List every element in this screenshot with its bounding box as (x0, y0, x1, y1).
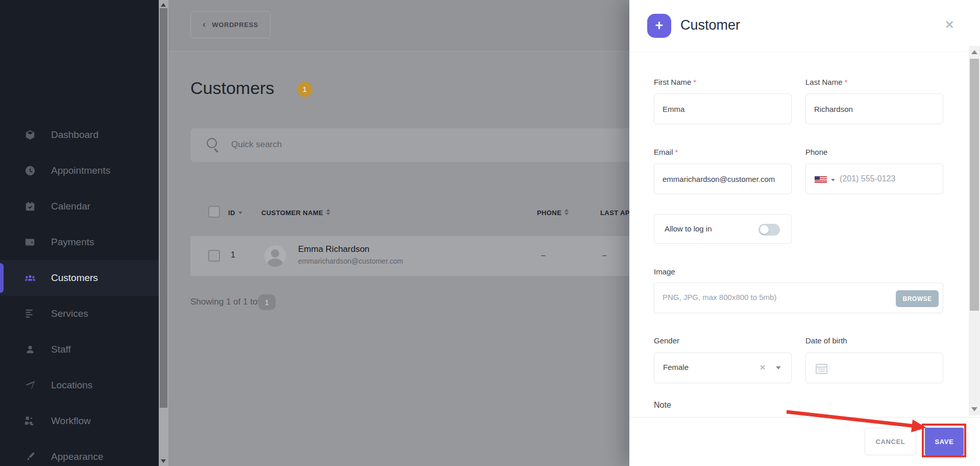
us-flag-icon[interactable] (815, 176, 827, 183)
modal-scrollbar[interactable] (969, 46, 980, 415)
column-header-phone[interactable]: PHONE (537, 209, 569, 217)
sidebar-item-services[interactable]: Services (0, 296, 159, 332)
modal-header: + Customer ✕ (629, 0, 980, 52)
sidebar-item-label: Locations (51, 380, 92, 391)
row-checkbox[interactable] (208, 250, 220, 262)
app-window: Dashboard Appointments Calendar Payments (0, 0, 980, 466)
results-summary: Showing 1 of 1 total (190, 297, 266, 307)
modal-footer: CANCEL SAVE (629, 417, 980, 466)
allow-login-field: Allow to log in (654, 214, 792, 244)
scroll-up-arrow-icon[interactable] (161, 3, 166, 7)
email-label: Email* (654, 148, 678, 156)
page-scrollbar-thumb[interactable] (160, 8, 167, 408)
scroll-down-arrow-icon[interactable] (161, 459, 166, 463)
date-of-birth-field[interactable] (805, 353, 943, 383)
sidebar-nav: Dashboard Appointments Calendar Payments (0, 117, 159, 466)
count-badge: 1 (297, 82, 312, 97)
sidebar-item-appointments[interactable]: Appointments (0, 153, 159, 189)
modal-scrollbar-thumb[interactable] (970, 59, 979, 311)
phone-placeholder: (201) 555-0123 (840, 174, 895, 183)
sidebar-item-label: Appointments (51, 165, 110, 176)
modal-body: First Name* Last Name* Email* Phone (201… (629, 52, 980, 417)
column-header-last-appointment[interactable]: LAST AP (600, 209, 629, 217)
gender-select[interactable]: Female ✕ (654, 353, 792, 383)
sidebar-item-label: Staff (51, 344, 71, 355)
required-marker: * (845, 78, 848, 86)
sort-down-icon (238, 212, 242, 214)
customers-page: ‹ WORDPRESS Customers 1 Quick search ID … (168, 0, 629, 466)
sidebar-item-payments[interactable]: Payments (0, 224, 159, 260)
page-title: Customers (190, 78, 274, 98)
back-to-wordpress-button[interactable]: ‹ WORDPRESS (190, 11, 271, 38)
sidebar-item-label: Services (51, 308, 88, 319)
last-name-label: Last Name* (805, 78, 847, 86)
select-all-checkbox[interactable] (208, 206, 220, 218)
last-name-field[interactable] (805, 94, 943, 124)
phone-field[interactable]: (201) 555-0123 (805, 164, 943, 194)
brush-icon (24, 451, 36, 462)
date-of-birth-label: Date of birth (805, 336, 847, 345)
scroll-up-arrow-icon[interactable] (971, 50, 977, 54)
cancel-button[interactable]: CANCEL (865, 428, 916, 455)
allow-login-toggle[interactable] (758, 224, 780, 236)
pagination-page-1[interactable]: 1 (258, 294, 276, 310)
sidebar-item-staff[interactable]: Staff (0, 332, 159, 367)
clock-icon (24, 165, 36, 176)
phone-value: – (541, 250, 545, 259)
chevron-left-icon: ‹ (203, 19, 206, 30)
required-marker: * (693, 78, 696, 86)
gender-value: Female (663, 363, 689, 371)
sidebar-item-label: Appearance (51, 451, 103, 462)
quick-search-bar[interactable]: Quick search (190, 128, 629, 162)
users-icon (24, 272, 36, 284)
sitemap-icon (24, 415, 36, 427)
search-placeholder: Quick search (231, 139, 282, 150)
back-button-label: WORDPRESS (212, 21, 258, 29)
column-header-customer-name[interactable]: CUSTOMER NAME (261, 209, 330, 217)
sidebar: Dashboard Appointments Calendar Payments (0, 0, 159, 466)
customer-email: emmarichardson@customer.com (298, 257, 403, 265)
sidebar-item-label: Dashboard (51, 129, 99, 141)
clear-icon[interactable]: ✕ (760, 363, 766, 371)
sidebar-item-calendar[interactable]: Calendar (0, 189, 159, 224)
column-header-id[interactable]: ID (228, 209, 242, 217)
image-label: Image (654, 267, 675, 276)
person-icon (24, 344, 36, 355)
allow-login-label: Allow to log in (665, 224, 712, 233)
gender-label: Gender (654, 336, 679, 345)
sidebar-item-customers[interactable]: Customers (0, 260, 159, 296)
wallet-icon (24, 237, 36, 248)
scroll-down-arrow-icon[interactable] (971, 407, 977, 411)
close-icon[interactable]: ✕ (945, 18, 954, 32)
paper-plane-icon (24, 380, 36, 391)
flag-caret-icon (831, 179, 835, 181)
browse-button[interactable]: BROWSE (896, 290, 939, 307)
calendar-icon (815, 362, 828, 375)
row-id: 1 (231, 250, 235, 260)
first-name-field[interactable] (654, 94, 792, 124)
sort-icon (326, 209, 330, 215)
sidebar-item-label: Calendar (51, 201, 90, 212)
first-name-label: First Name* (654, 78, 696, 86)
email-field[interactable] (654, 164, 792, 194)
customer-modal: + Customer ✕ First Name* Last Name* Emai… (629, 0, 980, 466)
sidebar-item-label: Workflow (51, 415, 91, 427)
sidebar-item-appearance[interactable]: Appearance (0, 439, 159, 466)
note-label: Note (654, 401, 671, 410)
sidebar-item-locations[interactable]: Locations (0, 367, 159, 403)
cube-icon (24, 129, 36, 141)
sidebar-item-workflow[interactable]: Workflow (0, 403, 159, 439)
phone-label: Phone (805, 148, 827, 156)
table-row[interactable]: 1 Emma Richardson emmarichardson@custome… (190, 236, 629, 276)
required-marker: * (675, 148, 678, 156)
active-indicator-bar (0, 263, 4, 293)
save-button[interactable]: SAVE (925, 428, 964, 455)
image-placeholder: PNG, JPG, max 800x800 to 5mb) (663, 293, 776, 301)
customer-name: Emma Richardson (298, 244, 370, 254)
sidebar-item-label: Customers (51, 272, 98, 284)
sidebar-item-dashboard[interactable]: Dashboard (0, 117, 159, 153)
calendar-check-icon (24, 201, 36, 212)
page-scrollbar[interactable] (159, 0, 168, 466)
avatar (264, 245, 286, 267)
plus-icon: + (647, 14, 671, 38)
